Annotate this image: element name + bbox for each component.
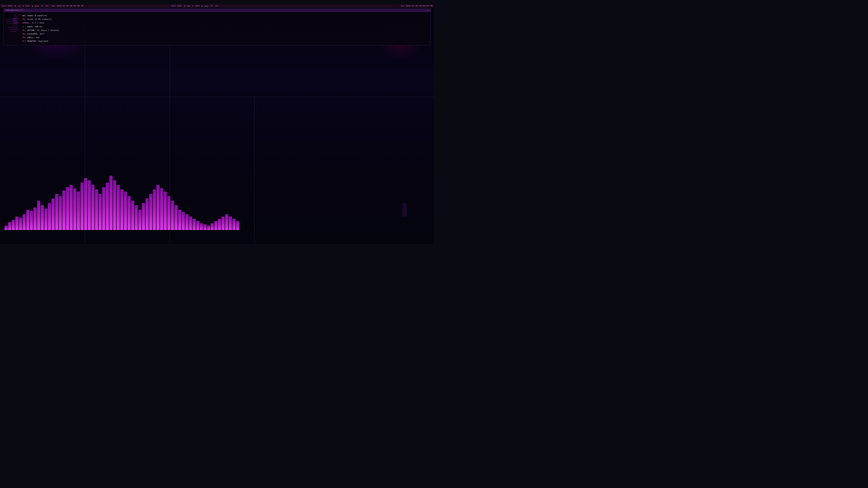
vis-bar-item — [211, 223, 214, 230]
vis-bar-item — [221, 217, 225, 230]
vis-bar-item — [167, 196, 170, 230]
vis-bar-item — [52, 198, 55, 230]
neofetch-packages-line: MA| PACKAGES: 3577 — [22, 32, 59, 36]
vis-bar-item — [81, 183, 84, 230]
vis-bar-item — [138, 210, 142, 230]
topbar-right-bat: ▮ 100% — [202, 5, 209, 7]
music-bars-container — [4, 167, 430, 230]
vis-bar-item — [193, 219, 196, 230]
vis-bar-item — [124, 192, 127, 230]
neofetch-desktop-line: R|| DESKTOP: hyprland — [22, 39, 59, 43]
vis-bar-item — [236, 221, 239, 230]
neofetch-logo: \\ // \\// ;;;;;;/####\\ ;;;;;;/####\\ ;… — [5, 14, 20, 43]
vis-bar-item — [62, 191, 66, 230]
neofetch-content: \\ // \\// ;;;;;;/####\\ ;;;;;;/####\\ ;… — [4, 12, 430, 45]
vis-bar-item — [91, 185, 94, 230]
vis-bar-item — [131, 201, 134, 230]
vis-bar-item — [142, 203, 145, 230]
topbar-right-misc: 2S — [211, 5, 213, 7]
topbar-right-mem: ♦ 100% — [192, 5, 199, 7]
vis-bar-item — [95, 189, 98, 230]
vis-bar-item — [4, 225, 8, 230]
vis-bar-item — [26, 210, 29, 230]
topbar-misc: 2S — [41, 5, 43, 7]
vis-bar-item — [204, 224, 207, 230]
vis-bar-item — [117, 185, 120, 230]
vis-bar-item — [19, 218, 22, 230]
topbar-right: Tech 100% ☰ 20% ♦ 100% ▮ 100% 2S 10S Sat… — [169, 4, 434, 8]
neofetch-shell-line: CN| SHELL: zsh — [22, 36, 59, 39]
neofetch-close[interactable]: ✕ — [428, 9, 429, 12]
vis-bar-item — [229, 217, 232, 230]
h-divider-main — [0, 97, 434, 97]
vis-bar-item — [189, 217, 192, 230]
topbar-right-datetime: Sat 2024-03-09 05:06:00 PM — [401, 5, 433, 7]
vis-bar-item — [8, 222, 11, 230]
vis-bar-item — [207, 225, 210, 230]
vis-bar-item — [196, 221, 199, 230]
vis-bar-item — [102, 187, 105, 230]
vis-bar-item — [135, 205, 138, 230]
neofetch-uptime-line: B|| UPTIME: 21 hours 7 minutes — [22, 29, 59, 32]
vis-bar-item — [175, 205, 178, 230]
topbar-tech-label: Tech 100% — [1, 5, 12, 7]
vis-bar-item — [113, 180, 116, 230]
topbar-datetime-left: Sat 2024-03-09 05:06:00 PM — [52, 5, 84, 7]
vis-bar-item — [30, 211, 33, 230]
vis-bar-item — [48, 203, 51, 230]
vis-bar-item — [218, 219, 221, 230]
vis-bar-item — [182, 212, 185, 230]
vis-bar-item — [178, 210, 181, 230]
vis-bar-item — [185, 214, 188, 230]
neofetch-info: WE| emmet @ snowfire OS: nixos 24.05 (ua… — [22, 14, 59, 43]
vis-bar-item — [73, 188, 76, 230]
vis-bar-item — [12, 220, 15, 230]
topbar-bat: ▮ 100% — [32, 5, 39, 7]
vis-bar-item — [160, 188, 163, 230]
vis-bar-item — [41, 205, 44, 230]
vis-bar-item — [200, 223, 203, 230]
vis-bar-item — [156, 185, 160, 230]
vis-bar-item — [171, 201, 174, 230]
neofetch-kernel-line: KERNEL: 6.7.7-zen1 — [22, 21, 59, 25]
vis-bar-item — [225, 214, 228, 230]
topbar-left: Tech 100% ☰ 20% ♦ 100% ▮ 100% 2S 10S Sat… — [0, 4, 85, 8]
vis-bar-item — [23, 214, 26, 230]
vis-bar-item — [164, 192, 167, 230]
vis-bar-item — [70, 185, 73, 230]
vis-bar-item — [33, 207, 37, 230]
vis-bar-item — [153, 189, 156, 230]
neofetch-title: emmet@snowfire:~ — [5, 9, 25, 12]
vis-bar-item — [59, 196, 62, 230]
neofetch-distetch-line: WE| emmet @ snowfire — [22, 14, 59, 18]
vis-bar-item — [44, 208, 48, 230]
vis-bar-item — [16, 217, 19, 230]
vis-bar-item — [84, 178, 87, 230]
vis-bar-item — [146, 198, 149, 230]
vis-bar-item — [232, 219, 236, 230]
topbar-io: 10S — [45, 5, 49, 7]
topbar-right-cpu: ☰ 20% — [184, 5, 191, 7]
vis-bar-item — [106, 183, 109, 230]
vis-bar-item — [66, 187, 69, 230]
topbar-cpu: ☰ 20% — [14, 5, 21, 7]
topbar-right-io: 10S — [215, 5, 218, 7]
vis-bar-item — [120, 189, 123, 230]
screen: Tech 100% ☰ 20% ♦ 100% ▮ 100% 2S 10S Sat… — [0, 4, 434, 244]
neofetch-window: emmet@snowfire:~ ✕ \\ // \\// ;;;;;;/###… — [3, 8, 431, 45]
vis-bar-item — [55, 194, 58, 230]
vis-bar-item — [149, 194, 152, 230]
vis-bar-item — [98, 194, 102, 230]
neofetch-os-line: OS: nixos 24.05 (uakari) — [22, 18, 59, 21]
topbar-right-tech: Tech 100% — [171, 5, 182, 7]
topbar-mem: ♦ 100% — [23, 5, 30, 7]
neofetch-titlebar: emmet@snowfire:~ ✕ — [4, 9, 430, 12]
vis-bar-item — [37, 201, 40, 230]
vis-bar-item — [127, 196, 131, 230]
vis-bar-item — [77, 192, 80, 230]
vis-bar-item — [110, 176, 113, 230]
vis-bar-item — [88, 180, 91, 230]
vis-bar-item — [214, 221, 217, 230]
neofetch-arch-line: Y | ARCH: x86_64 — [22, 25, 59, 29]
